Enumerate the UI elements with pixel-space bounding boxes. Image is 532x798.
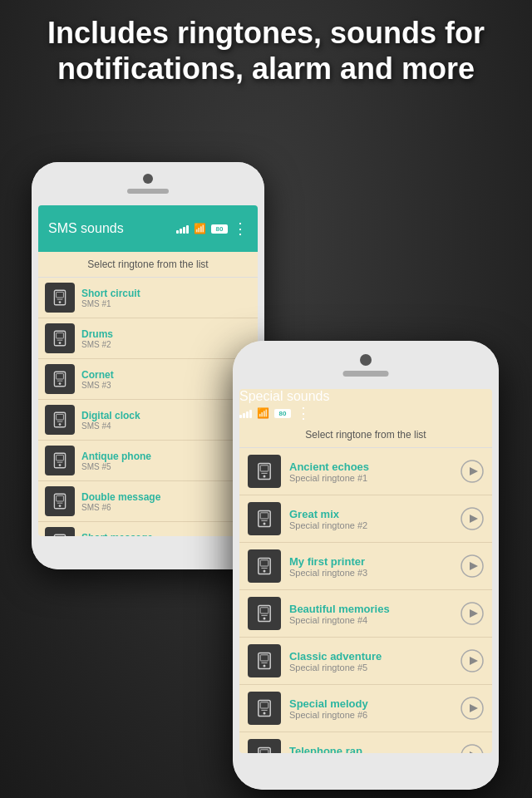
phone-icon [45,283,75,313]
phone-icon [45,364,75,394]
phone-icon [45,486,75,516]
svg-rect-49 [260,560,268,566]
svg-rect-55 [260,608,268,613]
menu-front[interactable]: ⋮ [296,404,311,422]
phone-icon-front [248,502,281,535]
play-button[interactable] [461,744,484,753]
list-item[interactable]: Short circuit SMS #1 [38,278,258,318]
svg-marker-77 [470,751,478,753]
svg-rect-9 [57,373,64,379]
list-item[interactable]: Drums SMS #2 [38,318,258,359]
item-name: Drums [81,328,251,340]
item-sub: SMS #3 [81,381,251,390]
phone-icon-front [248,692,281,725]
wifi-icon-back: 📶 [194,223,206,234]
app-title-back: SMS sounds [48,221,124,236]
headline: Includes ringtones, sounds for notificat… [25,15,507,86]
app-bar-icons-front: 📶 80 ⋮ [239,404,492,422]
play-button[interactable] [461,697,484,720]
svg-point-2 [59,301,62,303]
item-sub: SMS #2 [81,340,251,349]
signal-bars-front [239,408,252,418]
signal-bars-back [176,224,189,234]
ringtone-list-front: Ancient echoes Special ringtone #1 Great… [239,448,492,753]
menu-back[interactable]: ⋮ [233,219,248,238]
list-item[interactable]: Special melody Special ringtone #6 [239,685,492,732]
item-name: Cornet [81,369,251,381]
speaker-front [343,371,389,377]
svg-rect-37 [260,466,268,471]
item-sub-front: Special ringtone #1 [289,473,452,483]
phone-front: Special sounds 📶 80 ⋮ Select ringtone fr… [233,341,499,790]
svg-rect-21 [57,495,64,501]
list-item[interactable]: Digital clock SMS #4 [38,400,258,441]
item-sub-front: Special ringtone #3 [289,568,452,578]
list-item[interactable]: Classic adventure Special ringtone #5 [239,638,492,685]
list-item[interactable]: Double message SMS #6 [38,481,258,522]
play-button[interactable] [461,554,484,578]
list-item[interactable]: Great mix Special ringtone #2 [239,495,492,543]
item-sub-front: Special ringtone #4 [289,615,452,625]
item-sub-front: Special ringtone #2 [289,520,452,530]
item-sub: SMS #5 [81,462,251,471]
item-name-front: Classic adventure [289,650,452,663]
item-name: Double message [81,491,251,503]
svg-point-38 [264,475,266,478]
svg-point-56 [264,618,266,620]
phone-icon [45,323,75,353]
item-name: Antique phone [81,451,251,462]
svg-point-18 [59,464,62,466]
list-item[interactable]: Cornet SMS #3 [38,359,258,400]
app-bar-back: SMS sounds 📶 80 ⋮ [38,205,258,252]
svg-point-10 [59,382,62,385]
app-title-front: Special sounds [239,389,330,403]
svg-rect-5 [57,332,64,338]
svg-point-68 [264,712,266,715]
phone-back: SMS sounds 📶 80 ⋮ Select ringtone from t… [32,162,264,569]
svg-point-62 [264,665,266,667]
item-name-front: Great mix [289,508,452,520]
svg-rect-17 [57,455,64,461]
item-name: Digital clock [81,410,251,421]
camera-back [143,174,153,184]
list-item[interactable]: Telephone rap Special ringtone #7 [239,732,492,753]
phone-icon-front [248,739,281,753]
screen-front: Special sounds 📶 80 ⋮ Select ringtone fr… [239,389,492,753]
svg-rect-43 [260,513,268,519]
phone-icon-front [248,549,281,583]
list-item[interactable]: Ancient echoes Special ringtone #1 [239,448,492,495]
svg-rect-73 [260,750,268,753]
battery-back: 80 [211,224,228,234]
battery-front: 80 [274,409,291,418]
list-item[interactable]: Beautiful memories Special ringtone #4 [239,590,492,638]
svg-rect-61 [260,655,268,661]
list-item[interactable]: My first printer Special ringtone #3 [239,543,492,590]
svg-marker-53 [470,562,478,570]
list-header-front: Select ringtone from the list [239,422,492,448]
app-bar-icons-back: 📶 80 ⋮ [176,219,248,238]
svg-point-76 [461,745,483,753]
screen-back: SMS sounds 📶 80 ⋮ Select ringtone from t… [38,205,258,536]
item-name-front: Special melody [289,697,452,710]
wifi-icon-front: 📶 [257,407,269,419]
play-button[interactable] [461,649,484,672]
item-sub: SMS #1 [81,299,251,308]
item-sub: SMS #4 [81,421,251,431]
phone-icon-front [248,455,281,488]
svg-rect-13 [57,414,64,420]
item-name-front: My first printer [289,555,452,568]
svg-point-50 [264,570,266,573]
phone-icon [45,527,75,536]
item-name: Short circuit [81,288,251,299]
svg-marker-71 [470,704,478,712]
ringtone-list-back: Short circuit SMS #1 Drums SMS #2 Cornet… [38,278,258,536]
svg-marker-47 [470,515,478,523]
play-button[interactable] [461,602,484,625]
item-sub-front: Special ringtone #6 [289,710,452,720]
svg-point-14 [59,423,62,426]
speaker-back [127,189,169,194]
play-button[interactable] [461,460,484,483]
list-item[interactable]: Antique phone SMS #5 [38,441,258,481]
play-button[interactable] [461,507,484,530]
list-item[interactable]: Short message SMS #7 [38,522,258,536]
